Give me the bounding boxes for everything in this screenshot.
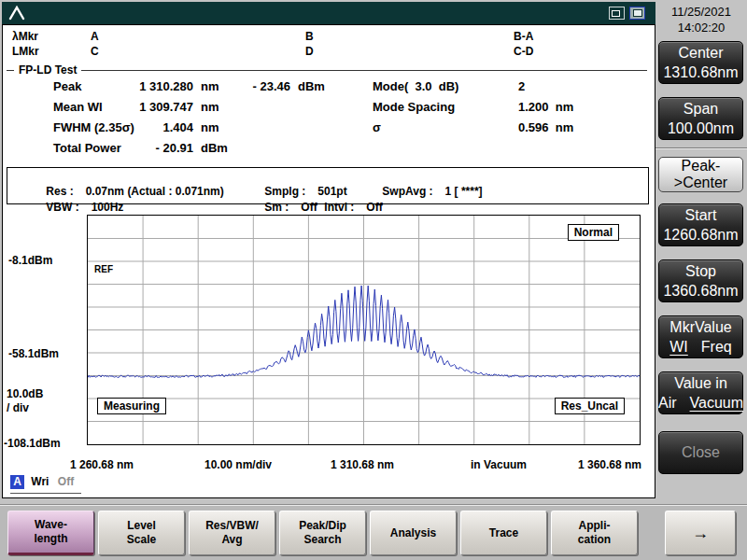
mkrvalue-option-wl[interactable]: WI xyxy=(669,339,688,356)
analysis-group-divider: FP-LD Test xyxy=(7,70,647,71)
span-label: Span xyxy=(684,101,718,118)
key-label: Scale xyxy=(127,533,156,547)
setting-key: VBW : xyxy=(46,201,78,214)
level-marker-row: LMkr C D C-D xyxy=(3,45,655,58)
result-unit: nm xyxy=(201,100,219,114)
key-label: Trace xyxy=(489,526,518,540)
result-value: 2 xyxy=(518,79,525,93)
x-axis-center-label: 1 310.68 nm xyxy=(331,458,394,471)
result-level-unit: dBm xyxy=(298,79,325,93)
result-level-value: - 23.46 xyxy=(223,79,290,93)
result-unit: nm xyxy=(201,79,219,93)
res-vbw-avg-key[interactable]: Res/VBW/ Avg xyxy=(189,511,275,555)
result-value: 1.404 xyxy=(107,120,193,134)
key-label: Search xyxy=(303,533,341,547)
start-button[interactable]: Start 1260.68nm xyxy=(658,203,743,246)
valuein-option-vacuum[interactable]: Vacuum xyxy=(690,395,744,412)
analysis-key[interactable]: Analysis xyxy=(370,511,457,555)
analysis-title: FP-LD Test xyxy=(14,63,81,77)
key-label: cation xyxy=(578,533,611,547)
wavelength-key[interactable]: Wave- length xyxy=(7,511,94,555)
mkrvalue-label: MkrValue xyxy=(669,319,731,336)
osa-screen: 11/25/2021 14:02:20 λMkr A B B-A LMkr C … xyxy=(0,0,747,560)
peak-to-center-button[interactable]: Peak->Center xyxy=(658,157,743,192)
settings-row: Res :0.07nm (Actual : 0.071nm) Smplg :50… xyxy=(7,172,648,186)
level-marker-label: LMkr xyxy=(12,45,39,58)
mkrvalue-button[interactable]: MkrValue WI Freq xyxy=(658,315,743,358)
titlebar xyxy=(2,2,655,24)
result-label: Mode Spacing xyxy=(373,100,455,114)
marker-d-label: D xyxy=(305,45,314,58)
y-axis-top-label: -8.1dBm xyxy=(8,254,52,267)
x-axis-medium-label: in Vacuum xyxy=(471,458,527,471)
result-unit: dBm xyxy=(201,141,228,155)
peak-to-center-label: Peak->Center xyxy=(659,158,742,191)
result-value: - 20.91 xyxy=(107,141,193,155)
softkey-panel: Center 1310.68nm Span 100.00nm Peak->Cen… xyxy=(655,37,747,481)
function-key-bar: Wave- length Level Scale Res/VBW/ Avg Pe… xyxy=(0,504,747,560)
res-uncal-status-badge: Res_Uncal xyxy=(555,398,625,414)
result-row: Mean WI 1 309.747 nm Mode Spacing 1.200 … xyxy=(3,100,655,117)
result-row: Peak 1 310.280 nm - 23.46 dBm Mode( 3.0 … xyxy=(3,79,655,96)
close-label: Close xyxy=(682,444,720,461)
sweep-settings-box: Res :0.07nm (Actual : 0.071nm) Smplg :50… xyxy=(7,167,649,204)
stop-label: Stop xyxy=(685,263,716,280)
result-value: 0.596 nm xyxy=(518,120,573,134)
trace-indicator: A Wri Off xyxy=(10,475,81,494)
lambda-marker-label: λMkr xyxy=(12,30,38,43)
result-value: 1 310.280 xyxy=(107,79,193,93)
vendor-logo-icon xyxy=(7,6,26,21)
setting-key: Sm : xyxy=(264,201,289,214)
valuein-button[interactable]: Value in Air Vacuum xyxy=(658,371,743,414)
main-panel: λMkr A B B-A LMkr C D C-D FP-LD Test Pea… xyxy=(2,24,655,498)
spectrum-chart: Normal REF Measuring Res_Uncal xyxy=(87,215,641,445)
result-label: Mean WI xyxy=(53,100,103,114)
result-value: 1 309.747 xyxy=(107,100,193,114)
key-label: Res/VBW/ xyxy=(205,519,259,533)
trace-key[interactable]: Trace xyxy=(460,511,547,555)
key-label: Appli- xyxy=(579,519,611,533)
marker-c-d-label: C-D xyxy=(514,45,533,58)
application-key[interactable]: Appli- cation xyxy=(551,511,638,555)
setting-key: Intvl : xyxy=(324,201,354,214)
maximize-button[interactable] xyxy=(629,7,645,20)
x-axis-div-label: 10.00 nm/div xyxy=(204,458,272,471)
level-scale-key[interactable]: Level Scale xyxy=(98,511,185,555)
marker-b-a-label: B-A xyxy=(514,30,533,43)
result-unit: nm xyxy=(201,120,219,134)
setting-value: Off xyxy=(366,201,382,214)
valuein-option-air[interactable]: Air xyxy=(658,395,677,412)
peak-dip-search-key[interactable]: Peak/Dip Search xyxy=(279,511,366,555)
start-label: Start xyxy=(685,207,717,224)
settings-row: VBW :100Hz Sm :Off Intvl :Off xyxy=(7,188,648,202)
key-label: Analysis xyxy=(390,526,436,540)
minimize-button[interactable] xyxy=(609,7,625,20)
key-label: Peak/Dip xyxy=(299,519,346,533)
close-button[interactable]: Close xyxy=(658,431,743,474)
result-label: σ xyxy=(373,120,381,134)
right-arrow-icon: → xyxy=(692,526,709,540)
y-axis-mid-label: -58.1dBm xyxy=(8,347,59,360)
marker-b-label: B xyxy=(305,30,314,43)
stop-button[interactable]: Stop 1360.68nm xyxy=(658,259,743,302)
x-axis-stop-label: 1 360.68 nm xyxy=(578,458,641,471)
result-row: Total Power - 20.91 dBm xyxy=(3,141,655,158)
more-keys-arrow-button[interactable]: → xyxy=(665,511,736,555)
span-button[interactable]: Span 100.00nm xyxy=(658,97,743,140)
valuein-label: Value in xyxy=(674,375,727,392)
trace-write-mode-label: Wri xyxy=(31,475,49,488)
clock-date: 11/25/2021 xyxy=(657,4,745,20)
marker-a-label: A xyxy=(91,30,99,43)
mkrvalue-options: WI Freq xyxy=(669,339,731,356)
y-axis-bottom-label: -108.1dBm xyxy=(4,437,61,450)
center-value: 1310.68nm xyxy=(663,64,738,81)
span-value: 100.00nm xyxy=(668,120,734,137)
y-axis-scale-unit-label: / div xyxy=(7,401,29,414)
result-label: Peak xyxy=(53,79,81,93)
valuein-options: Air Vacuum xyxy=(658,395,743,412)
center-button[interactable]: Center 1310.68nm xyxy=(658,41,743,84)
clock: 11/25/2021 14:02:20 xyxy=(657,4,745,35)
trace-a-badge: A xyxy=(10,475,24,489)
x-axis-start-label: 1 260.68 nm xyxy=(70,458,134,471)
mkrvalue-option-freq[interactable]: Freq xyxy=(701,339,732,356)
